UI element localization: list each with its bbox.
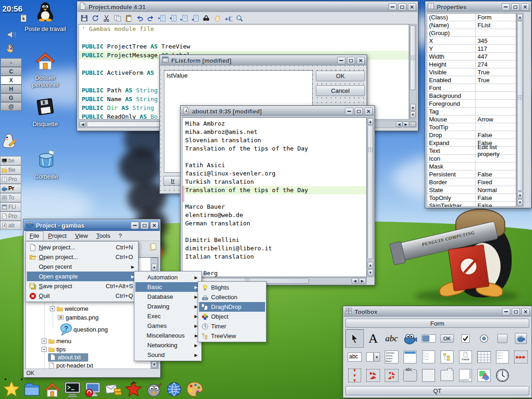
property-value[interactable] [476, 84, 516, 91]
form-window-titlebar[interactable]: FList.form [modified] × [160, 55, 366, 66]
close-button[interactable]: × [150, 222, 158, 229]
code-window-titlebar[interactable]: Project.module 4:31 × [78, 2, 417, 12]
minimize-button[interactable] [337, 57, 345, 64]
tool-timer[interactable] [493, 366, 512, 385]
tree-expander[interactable]: + [42, 347, 47, 352]
menu-item-save-project[interactable]: Save project Ctrl+Alt+S [27, 281, 137, 291]
menubar-file[interactable]: File [25, 231, 43, 241]
property-value[interactable] [476, 123, 516, 131]
pager-desktop--[interactable]: - [0, 58, 22, 67]
tree-item-about-txt[interactable]: about.txt [48, 353, 88, 361]
tuxpaint-icon[interactable] [1, 133, 17, 151]
menu-item-open-project-[interactable]: Open project... Ctrl+O [27, 252, 137, 262]
property-value[interactable]: 117 [476, 45, 516, 52]
save-icon[interactable] [80, 14, 88, 22]
property-value[interactable] [476, 100, 516, 107]
menu-item-exec[interactable]: Exec ▶ [135, 311, 200, 321]
tool-panel[interactable] [419, 366, 438, 385]
property-value[interactable]: Form [476, 13, 516, 21]
tree-expander[interactable]: + [50, 306, 55, 311]
desktop-icon-poste-de-travail[interactable]: Poste de travail [22, 1, 68, 32]
menu-item-basic[interactable]: Basic ▶ [135, 282, 200, 292]
tool-togglebutton[interactable] [493, 329, 512, 348]
tree-item-pot-header-txt[interactable]: pot-header.txt [48, 362, 93, 369]
about-vscrollbar[interactable]: ▲ ▲ ▼ [367, 117, 374, 277]
menu-item-database[interactable]: Database ▶ [135, 292, 200, 302]
property-value[interactable]: False [476, 202, 516, 207]
property-value[interactable]: Arrow [476, 115, 516, 123]
tool-table[interactable] [475, 348, 493, 366]
property-value[interactable]: 447 [476, 53, 516, 60]
pan-icon[interactable] [213, 14, 221, 22]
close-button[interactable]: × [521, 3, 529, 11]
property-value[interactable]: True [476, 76, 516, 84]
property-value[interactable]: Fixed [476, 178, 516, 186]
menu-item-drawing[interactable]: Drawing ▶ [135, 302, 200, 311]
tool-combobox[interactable]: ▼ [364, 348, 382, 366]
property-value[interactable]: FList [476, 21, 516, 29]
tree-item-question-png[interactable]: ?question.png [59, 322, 108, 336]
menu-item-quit[interactable]: Quit Ctrl+Q [27, 291, 137, 301]
toolbox-titlebar[interactable]: Toolbox × [344, 307, 531, 317]
taskbar-home-icon[interactable] [43, 381, 61, 398]
property-value[interactable] [476, 155, 516, 162]
property-value[interactable]: Edit list property [476, 147, 516, 154]
close-button[interactable]: × [364, 108, 373, 115]
tool-progressbar[interactable] [419, 329, 438, 348]
property-value[interactable]: False [476, 170, 516, 178]
menu-item-new-project-[interactable]: New project... Ctrl+N [27, 242, 137, 252]
properties-vscrollbar[interactable]: ▲ ▲ ▼ [516, 13, 524, 207]
window-list-item-ab[interactable]: Aab [0, 221, 21, 230]
menu-item-object[interactable]: Object [199, 312, 265, 321]
pager-desktop-@[interactable]: @ [0, 102, 22, 111]
taskbar-browser-globe-icon[interactable] [165, 381, 183, 398]
menu-item-open-recent[interactable]: Open recent ▶ [27, 262, 137, 272]
taskbar-display-settings-icon[interactable] [84, 381, 102, 398]
cut-icon[interactable] [103, 14, 110, 22]
property-value[interactable]: 274 [476, 60, 516, 68]
close-button[interactable]: × [357, 57, 365, 64]
text-area[interactable]: Miha Ambrozmiha.ambroz@amis.netSlovenian… [182, 117, 367, 277]
toolbox-tab-qt[interactable]: QT [345, 386, 529, 395]
tool-treeview[interactable] [438, 348, 456, 366]
find-icon[interactable] [202, 14, 210, 22]
taskbar-folder-blue-icon[interactable] [23, 381, 41, 398]
tool-hbox[interactable]: ▶▶▶ [512, 348, 530, 366]
property-value[interactable]: Normal [476, 186, 516, 193]
menu-item-automation[interactable]: Automation ▶ [135, 272, 200, 282]
taskbar-wine-star-icon[interactable] [125, 381, 142, 398]
desktop-icon-disquette[interactable]: Disquette [22, 96, 68, 127]
window-list-item-Pr[interactable]: Pr [0, 184, 21, 193]
maximize-button[interactable] [512, 308, 520, 315]
window-list-item-Pro[interactable]: Pro [0, 212, 21, 221]
property-value[interactable]: False [476, 194, 516, 201]
taskbar-palette-icon[interactable] [186, 381, 203, 398]
volume-icon[interactable] [6, 30, 17, 42]
tool-listview[interactable]: □ ___□ ___□ ___ [419, 348, 438, 366]
menubar-project[interactable]: Project [44, 231, 70, 240]
toolbox-tab-form[interactable]: Form [345, 319, 529, 328]
code-vscrollbar[interactable]: ▲ ▼ [409, 24, 417, 120]
property-value[interactable] [476, 29, 516, 36]
property-value[interactable] [476, 92, 516, 99]
window-list-item-Pro[interactable]: Pro [0, 175, 21, 184]
menubar-tools[interactable]: Tools [92, 231, 114, 240]
taskbar-terminal-icon[interactable] [64, 381, 81, 398]
property-value[interactable] [476, 163, 516, 170]
menu-item-dragndrop[interactable]: DragNDrop [199, 302, 265, 312]
maximize-button[interactable] [140, 222, 149, 229]
keyboard-layout-icon[interactable]: 2 [6, 42, 17, 55]
window-list-item-file[interactable]: file [0, 165, 21, 175]
tree-item-welcome[interactable]: + welcome [50, 305, 88, 313]
form-insert-button[interactable]: Ir [163, 176, 182, 186]
menu-item-games[interactable]: Games ▶ [135, 321, 200, 331]
menubar-help[interactable]: ? [115, 231, 126, 240]
project-titlebar[interactable]: Project - gambas × [24, 220, 160, 231]
undo-icon[interactable] [136, 14, 144, 22]
tool-vpanel[interactable]: ▼◣◢▼ [382, 366, 401, 385]
menu-item-blights[interactable]: Blights [199, 283, 265, 292]
close-button[interactable]: × [521, 308, 530, 315]
maximize-button[interactable] [511, 3, 520, 11]
maximize-button[interactable] [355, 108, 363, 115]
menu-item-timer[interactable]: Timer [199, 321, 265, 331]
